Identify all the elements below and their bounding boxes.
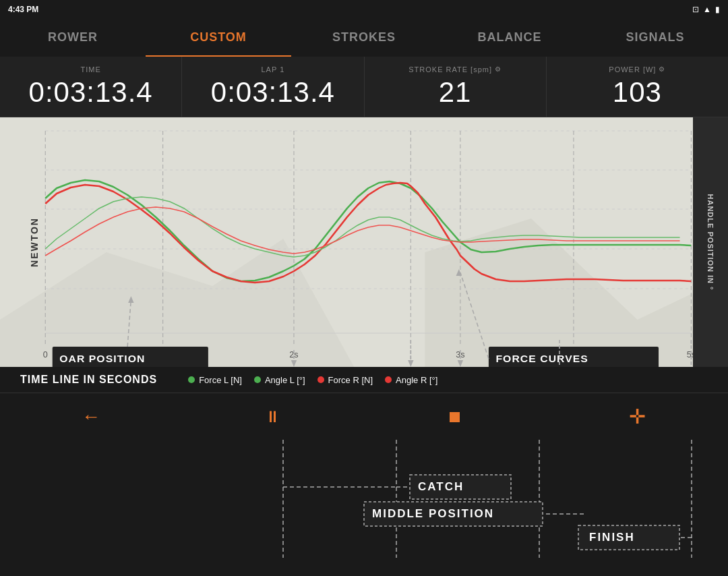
stat-stroke-rate-value: 21	[439, 76, 472, 109]
legend-label-force-l: Force L [N]	[199, 375, 242, 385]
legend-timeline-bar: TIME LINE IN SECONDS Force L [N] Angle L…	[0, 367, 728, 393]
tab-custom[interactable]: CUSTOM	[146, 19, 291, 57]
status-bar: 4:43 PM ⊡ ▲ ▮	[0, 0, 728, 19]
svg-text:FINISH: FINISH	[589, 531, 635, 544]
stat-power-label: POWER [W] ⚙	[609, 65, 665, 74]
timeline-label: TIME LINE IN SECONDS	[9, 374, 168, 386]
pause-button[interactable]: ⏸	[253, 397, 293, 437]
back-button[interactable]: ←	[71, 397, 111, 437]
stat-power: POWER [W] ⚙ 103	[547, 57, 728, 117]
wifi-icon: ▲	[703, 5, 711, 14]
pause-icon: ⏸	[265, 407, 281, 426]
legend-dot-angle-l	[254, 376, 261, 383]
stat-lap: LAP 1 0:03:13.4	[182, 57, 364, 117]
svg-text:MIDDLE POSITION: MIDDLE POSITION	[372, 507, 494, 520]
chart-svg: 0 1s 2s 3s 4s 5s OAR POSITION FORCE CURV…	[0, 117, 728, 367]
gear-icon-power: ⚙	[659, 65, 665, 73]
svg-text:OAR POSITION: OAR POSITION	[59, 353, 145, 364]
stat-time: TIME 0:03:13.4	[0, 57, 182, 117]
legend-angle-r: Angle R [°]	[385, 375, 437, 385]
bottom-toolbar: ← ⏸ ⏹ ✛	[0, 393, 728, 440]
add-button[interactable]: ✛	[617, 397, 657, 437]
stop-icon: ⏹	[447, 407, 463, 426]
legend-dot-force-r	[317, 376, 324, 383]
nav-tabs: ROWER CUSTOM STROKES BALANCE SIGNALS	[0, 19, 728, 57]
chart-area: RECOVERY DRIVE NEWTON HANDLE POSITION IN…	[0, 117, 728, 367]
status-time: 4:43 PM	[8, 5, 38, 14]
legend-dot-angle-r	[385, 376, 392, 383]
stop-button[interactable]: ⏹	[435, 397, 475, 437]
legend-force-r: Force R [N]	[317, 375, 373, 385]
annotations-svg: CATCH MIDDLE POSITION FINISH	[0, 440, 728, 558]
legend-angle-l: Angle L [°]	[254, 375, 305, 385]
y-left-label: NEWTON	[29, 217, 40, 267]
legend-force-l: Force L [N]	[188, 375, 242, 385]
back-icon: ←	[82, 406, 100, 428]
svg-text:FORCE CURVES: FORCE CURVES	[495, 353, 588, 364]
annotations-area: CATCH MIDDLE POSITION FINISH	[0, 440, 728, 558]
y-right-label: HANDLE POSITION IN °	[706, 194, 715, 291]
stat-time-value: 0:03:13.4	[29, 76, 153, 109]
svg-text:CATCH: CATCH	[418, 480, 464, 493]
status-icons: ⊡ ▲ ▮	[692, 5, 720, 14]
gear-icon-stroke: ⚙	[495, 65, 502, 73]
battery-icon: ▮	[715, 5, 720, 14]
stat-power-value: 103	[613, 76, 662, 109]
stats-row: TIME 0:03:13.4 LAP 1 0:03:13.4 STROKE RA…	[0, 57, 728, 117]
cast-icon: ⊡	[692, 5, 699, 14]
legend-label-force-r: Force R [N]	[328, 375, 373, 385]
tab-strokes[interactable]: STROKES	[291, 19, 437, 57]
tab-signals[interactable]: SIGNALS	[582, 19, 728, 57]
stat-lap-value: 0:03:13.4	[211, 76, 335, 109]
legend-label-angle-r: Angle R [°]	[396, 375, 437, 385]
tab-rower[interactable]: ROWER	[0, 19, 146, 57]
svg-text:0: 0	[43, 350, 48, 359]
legend-label-angle-l: Angle L [°]	[265, 375, 305, 385]
stat-lap-label: LAP 1	[261, 65, 284, 74]
tab-balance[interactable]: BALANCE	[437, 19, 582, 57]
add-icon: ✛	[629, 405, 646, 428]
stat-stroke-rate: STROKE RATE [spm] ⚙ 21	[365, 57, 547, 117]
stat-stroke-rate-label: STROKE RATE [spm] ⚙	[408, 65, 502, 74]
legend-dot-force-l	[188, 376, 195, 383]
stat-time-label: TIME	[80, 65, 100, 74]
